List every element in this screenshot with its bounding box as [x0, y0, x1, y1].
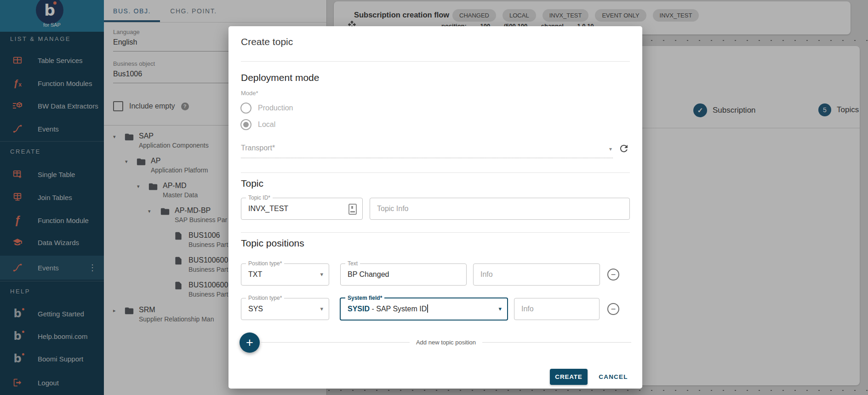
topic-info-input[interactable]: Topic Info — [370, 198, 630, 220]
text-cursor — [427, 304, 428, 313]
app-root: b for SAP LIST & MANAGE Table Services ƒ… — [0, 0, 868, 395]
dialog-divider — [241, 172, 630, 173]
topic-positions-heading: Topic positions — [241, 238, 304, 249]
dialog-divider — [241, 61, 630, 62]
topic-heading: Topic — [241, 178, 263, 189]
position-type-select-1[interactable]: Position type* TXT ▾ — [241, 263, 329, 286]
chevron-down-icon: ▾ — [498, 298, 502, 320]
radio-icon — [240, 103, 251, 114]
add-position-divider: Add new topic position — [261, 339, 631, 346]
transport-select[interactable]: Transport* ▾ — [241, 140, 613, 158]
info-input-1[interactable]: Info — [473, 263, 600, 286]
refresh-button[interactable] — [617, 142, 631, 156]
deployment-heading: Deployment mode — [241, 72, 319, 83]
radio-local[interactable]: Local — [240, 119, 275, 130]
mode-label: Mode* — [241, 90, 258, 97]
chevron-down-icon: ▾ — [609, 146, 612, 152]
add-position-fab[interactable]: + — [240, 332, 260, 353]
create-button[interactable]: CREATE — [550, 369, 588, 385]
cancel-button[interactable]: CANCEL — [593, 369, 634, 385]
chevron-down-icon: ▾ — [320, 298, 323, 320]
chevron-down-icon: ▾ — [320, 264, 323, 285]
text-input-1[interactable]: Text BP Changed — [340, 263, 467, 286]
input-mode-icon — [348, 204, 357, 215]
info-input-2[interactable]: Info — [514, 298, 600, 320]
dialog-title: Create topic — [241, 36, 293, 47]
remove-row-button-1[interactable]: − — [607, 269, 619, 281]
dialog-divider — [241, 232, 630, 233]
radio-production[interactable]: Production — [240, 103, 293, 114]
remove-row-button-2[interactable]: − — [607, 303, 619, 315]
position-type-select-2[interactable]: Position type* SYS ▾ — [241, 298, 329, 320]
radio-selected-icon — [240, 119, 251, 130]
system-field-select[interactable]: System field* SYSID - SAP System ID ▾ — [340, 298, 508, 321]
create-topic-dialog: Create topic Deployment mode Mode* Produ… — [228, 26, 642, 389]
topic-id-input[interactable]: Topic ID* INVX_TEST — [241, 198, 363, 220]
